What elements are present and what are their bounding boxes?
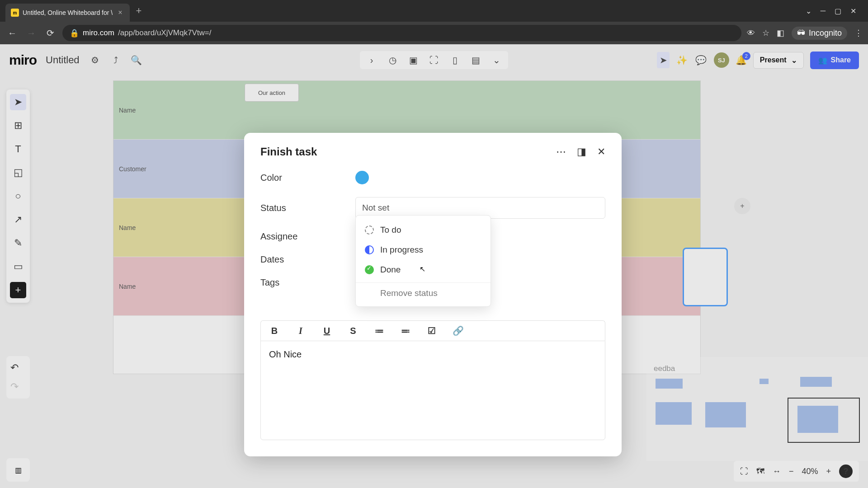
selected-card[interactable] [683,248,728,306]
reload-icon[interactable]: ⟳ [43,28,57,38]
shape-tool[interactable]: ○ [10,188,26,204]
minimap-viewport[interactable] [788,398,860,443]
arrow-tool[interactable]: ↗ [10,211,26,228]
add-card-button[interactable]: + [734,198,750,214]
chevron-right-icon[interactable]: › [365,55,378,66]
fit-width-icon[interactable]: ↔ [773,467,781,476]
board-name[interactable]: Untitled [46,54,80,66]
notification-badge: 2 [742,52,750,60]
incognito-indicator[interactable]: 🕶 Incognito [792,27,847,40]
notifications-button[interactable]: 🔔 2 [736,55,747,66]
tab-close-icon[interactable]: × [116,9,124,17]
share-button[interactable]: 👥 Share [810,52,859,69]
search-icon[interactable]: 🔍 [130,55,143,66]
url-bar[interactable]: 🔒 miro.com/app/board/uXjVMqk7Vtw=/ [62,25,741,41]
forward-icon[interactable]: → [24,28,38,38]
sticky-note-tool[interactable]: ◱ [10,164,26,181]
more-options-icon[interactable]: ⋯ [556,146,566,158]
comment-tool[interactable]: ▭ [10,258,26,275]
help-button[interactable]: ? [839,465,853,478]
assignee-field-label: Assignee [260,231,355,242]
zoom-controls: ⛶ 🗺 ↔ − 40% + ? [734,461,859,482]
text-tool[interactable]: T [10,141,26,157]
status-remove-option[interactable]: Remove status [356,282,491,302]
chevron-down-icon[interactable]: ⌄ [806,7,811,15]
miro-logo[interactable]: miro [9,52,37,68]
underline-button[interactable]: U [321,326,333,336]
status-field-label: Status [260,203,355,213]
user-avatar[interactable]: SJ [714,52,729,68]
swimlane-row[interactable]: Name [113,81,700,140]
zoom-in-button[interactable]: + [826,467,831,476]
close-modal-icon[interactable]: ✕ [597,146,605,158]
todo-status-icon [365,225,374,235]
action-card[interactable]: Our action [245,84,299,102]
fullscreen-icon[interactable]: ⛶ [740,467,748,476]
url-domain: miro.com [83,28,114,38]
focus-icon[interactable]: ⛶ [428,55,440,66]
undo-redo-group: ↶ ↷ [6,356,30,399]
bullet-list-button[interactable]: ≔ [373,325,386,336]
template-tool[interactable]: ⊞ [10,117,26,134]
zoom-value[interactable]: 40% [802,467,818,476]
status-option-in-progress[interactable]: In progress [356,240,491,260]
italic-button[interactable]: I [294,326,307,336]
more-chevron-icon[interactable]: ⌄ [490,55,503,66]
lock-icon: 🔒 [70,28,79,38]
cursor-tool-icon[interactable]: ➤ [657,52,670,68]
sidebar-toggle-icon[interactable]: ◨ [577,146,586,158]
editor-toolbar: B I U S ≔ ≕ ☑ 🔗 [260,320,605,341]
modal-title: Finish task [260,145,317,158]
pen-tool[interactable]: ✎ [10,235,26,251]
task-modal: Finish task ⋯ ◨ ✕ Color Status Not set A… [244,133,622,456]
strikethrough-button[interactable]: S [347,326,359,336]
browser-tab-bar: m Untitled, Online Whiteboard for \ × + … [0,0,868,22]
minimize-icon[interactable]: ─ [821,7,826,15]
bold-button[interactable]: B [268,326,281,336]
chevron-down-icon: ⌄ [791,56,797,65]
zoom-out-button[interactable]: − [789,467,794,476]
undo-button[interactable]: ↶ [6,360,23,376]
dates-field-label: Dates [260,254,355,265]
panel-toggle-button[interactable]: ▥ [6,458,30,482]
extensions-icon[interactable]: ◧ [777,28,784,38]
color-swatch[interactable] [355,171,369,184]
color-field-label: Color [260,173,355,183]
editor-content: Oh Nice [269,349,302,359]
timer-icon[interactable]: ◷ [386,55,399,66]
minimap[interactable]: eedba [646,357,868,461]
status-option-todo[interactable]: To do [356,220,491,240]
eye-off-icon[interactable]: 👁 [747,28,755,38]
export-icon[interactable]: ⤴ [109,55,122,66]
link-button[interactable]: 🔗 [452,325,464,336]
incognito-icon: 🕶 [797,28,805,38]
add-tool[interactable]: + [10,282,26,298]
maximize-icon[interactable]: ▢ [835,7,841,15]
status-dropdown: To do In progress Done Remove status [355,215,491,307]
select-tool[interactable]: ➤ [10,94,26,110]
present-button[interactable]: Present ⌄ [753,52,804,69]
card-icon[interactable]: ▯ [448,55,461,66]
incognito-label: Incognito [809,28,842,38]
map-icon[interactable]: 🗺 [756,467,764,476]
browser-tab[interactable]: m Untitled, Online Whiteboard for \ × [5,4,130,22]
new-tab-button[interactable]: + [130,5,148,17]
comment-icon[interactable]: 💬 [695,55,708,66]
doc-icon[interactable]: ▤ [469,55,482,66]
screen-icon[interactable]: ▣ [407,55,420,66]
mouse-cursor-icon: ↖ [420,265,425,273]
bookmark-star-icon[interactable]: ☆ [762,28,769,38]
back-icon[interactable]: ← [5,28,19,38]
tags-field-label: Tags [260,277,355,288]
reactions-icon[interactable]: ✨ [676,55,689,66]
close-window-icon[interactable]: ✕ [850,7,856,15]
kebab-menu-icon[interactable]: ⋮ [854,28,863,38]
center-toolbar: › ◷ ▣ ⛶ ▯ ▤ ⌄ [360,51,508,69]
minimap-label: eedba [654,364,675,373]
editor-textarea[interactable]: Oh Nice [260,341,605,440]
redo-button[interactable]: ↷ [6,379,23,395]
checklist-button[interactable]: ☑ [425,325,438,336]
settings-icon[interactable]: ⚙ [89,55,101,66]
numbered-list-button[interactable]: ≕ [399,325,412,336]
browser-nav-bar: ← → ⟳ 🔒 miro.com/app/board/uXjVMqk7Vtw=/… [0,22,868,44]
